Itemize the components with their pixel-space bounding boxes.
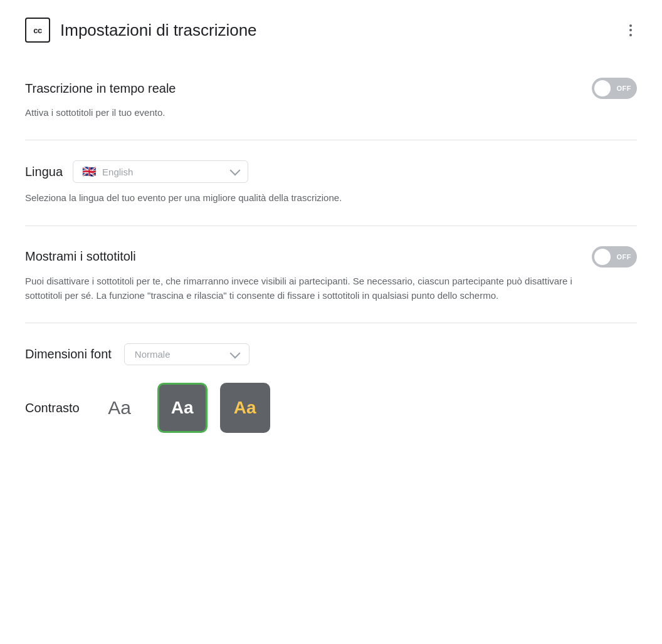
contrast-dark-yellow-label: Aa	[234, 398, 256, 418]
header-left: cc Impostazioni di trascrizione	[25, 18, 257, 43]
dot-2	[629, 29, 632, 31]
dot-3	[629, 34, 632, 36]
transcription-row: Trascrizione in tempo reale OFF	[25, 78, 637, 99]
cc-icon: cc	[25, 18, 50, 43]
more-options-button[interactable]	[624, 19, 637, 41]
language-select[interactable]: 🇬🇧 English	[73, 160, 248, 183]
subtitles-section: Mostrami i sottotitoli OFF Puoi disattiv…	[25, 226, 637, 324]
transcription-section: Trascrizione in tempo reale OFF Attiva i…	[25, 58, 637, 140]
language-value: English	[102, 167, 225, 177]
contrast-dark-label: Aa	[171, 398, 194, 418]
contrast-plain-label: Aa	[108, 397, 131, 418]
language-description: Seleziona la lingua del tuo evento per u…	[25, 190, 589, 205]
language-flag: 🇬🇧	[82, 166, 96, 177]
chevron-down-icon	[230, 165, 241, 176]
subtitles-toggle-label: OFF	[617, 253, 632, 261]
font-size-row: Dimensioni font Normale	[25, 343, 637, 365]
subtitles-toggle[interactable]: OFF	[592, 246, 637, 267]
language-label: Lingua	[25, 165, 63, 179]
subtitles-description: Puoi disattivare i sottotitoli per te, c…	[25, 274, 589, 303]
contrast-row: Contrasto Aa Aa Aa	[25, 383, 637, 433]
language-section: Lingua 🇬🇧 English Seleziona la lingua de…	[25, 140, 637, 226]
contrast-option-dark[interactable]: Aa	[157, 383, 208, 433]
toggle-track: OFF	[592, 78, 637, 99]
dot-1	[629, 24, 632, 27]
transcription-description: Attiva i sottotitoli per il tuo evento.	[25, 105, 589, 120]
subtitles-toggle-track: OFF	[592, 246, 637, 267]
contrast-option-dark-yellow[interactable]: Aa	[220, 383, 270, 433]
font-size-label: Dimensioni font	[25, 347, 112, 361]
subtitles-row: Mostrami i sottotitoli OFF	[25, 246, 637, 267]
subtitles-toggle-thumb	[594, 249, 611, 265]
toggle-label: OFF	[617, 85, 632, 92]
header: cc Impostazioni di trascrizione	[25, 0, 637, 58]
cc-label: cc	[33, 26, 41, 35]
transcription-toggle[interactable]: OFF	[592, 78, 637, 99]
language-row: Lingua 🇬🇧 English	[25, 160, 637, 183]
contrast-label: Contrasto	[25, 401, 80, 415]
contrast-option-plain[interactable]: Aa	[95, 383, 145, 433]
font-size-value: Normale	[135, 349, 225, 360]
toggle-thumb	[594, 80, 611, 96]
transcription-title: Trascrizione in tempo reale	[25, 81, 176, 96]
font-size-chevron-icon	[229, 348, 240, 358]
settings-page: cc Impostazioni di trascrizione Trascriz…	[0, 0, 662, 644]
font-size-select[interactable]: Normale	[124, 343, 250, 365]
subtitles-title: Mostrami i sottotitoli	[25, 249, 136, 264]
display-section: Dimensioni font Normale Contrasto Aa Aa …	[25, 323, 637, 433]
page-title: Impostazioni di trascrizione	[60, 21, 257, 40]
